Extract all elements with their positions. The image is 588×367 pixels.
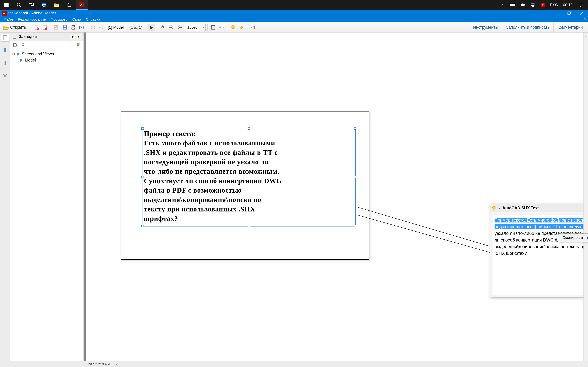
bm-new-icon[interactable]: [75, 42, 81, 48]
dropdown-icon[interactable]: ▼: [498, 207, 501, 209]
resize-handle-se[interactable]: [354, 225, 356, 227]
notifications-icon[interactable]: [578, 1, 585, 8]
zoom-input[interactable]: 150%: [184, 24, 200, 31]
svg-marker-60: [4, 48, 6, 52]
volume-icon[interactable]: [519, 1, 526, 8]
open-button[interactable]: Открыть: [1, 24, 29, 31]
bookmarks-tree: ⊟ Sheets and Views Model: [10, 49, 84, 361]
vertical-scrollbar[interactable]: ▴: [583, 33, 588, 361]
svg-line-5: [19, 5, 21, 7]
zoom-dropdown[interactable]: [201, 24, 206, 31]
svg-line-66: [24, 45, 25, 47]
context-menu: Скопировать текст Ctrl+C: [559, 234, 588, 242]
window-title: tes-wint.pdf - Adobe Reader: [9, 11, 550, 15]
windows-taskbar: РУС 00:12: [0, 0, 588, 10]
menu-window[interactable]: Окно: [70, 17, 84, 22]
document-viewport[interactable]: Пример текста: Есть много файлов с испол…: [84, 33, 588, 361]
sticky-note-icon[interactable]: [229, 24, 237, 31]
task-view-icon[interactable]: [25, 0, 38, 10]
create-pdf-icon[interactable]: [33, 24, 40, 31]
tree-item-root[interactable]: ⊟ Sheets and Views: [12, 51, 81, 57]
save-icon[interactable]: [61, 24, 69, 31]
comment-icon: [492, 206, 496, 210]
adobe-reader-taskbar-icon[interactable]: [76, 0, 88, 10]
svg-rect-13: [511, 4, 514, 6]
edge-icon[interactable]: [38, 0, 50, 10]
attachments-rail-icon[interactable]: [1, 59, 9, 67]
file-explorer-icon[interactable]: [50, 0, 63, 10]
resize-handle-e[interactable]: [354, 176, 356, 178]
thumbnails-rail-icon[interactable]: [1, 34, 9, 42]
page-input[interactable]: [1] Model: [106, 24, 127, 31]
selection-tool-icon[interactable]: [148, 24, 156, 31]
menu-edit[interactable]: Редактирование: [15, 17, 48, 22]
maximize-button[interactable]: [563, 10, 575, 17]
svg-rect-34: [72, 28, 74, 29]
fit-page-icon[interactable]: [209, 24, 217, 31]
resize-handle-nw[interactable]: [141, 127, 144, 130]
clock[interactable]: 00:12: [561, 3, 574, 7]
zoom-out-icon[interactable]: [167, 24, 175, 31]
document-close-icon[interactable]: ✕: [584, 17, 587, 22]
menu-help[interactable]: Справка: [83, 17, 103, 22]
status-bar: 297 x 210 мм ❮: [0, 361, 588, 367]
start-button[interactable]: [0, 0, 13, 10]
bm-prev-button[interactable]: ◂◂: [70, 34, 75, 39]
prev-page-icon[interactable]: [89, 24, 97, 31]
read-mode-icon[interactable]: [249, 24, 257, 31]
resize-handle-s[interactable]: [248, 225, 250, 227]
bookmarks-panel: Закладки ◂◂ ▸ ⊟ Sheets and Views Model: [10, 33, 84, 361]
resize-handle-ne[interactable]: [354, 127, 356, 130]
marquee-zoom-icon[interactable]: [159, 24, 167, 31]
context-copy-text[interactable]: Скопировать текст Ctrl+C: [559, 234, 588, 242]
search-icon[interactable]: [13, 0, 25, 10]
edit-pdf-icon[interactable]: [52, 24, 60, 31]
tree-item-child[interactable]: Model: [12, 57, 81, 63]
menu-file[interactable]: Файл: [1, 17, 15, 22]
bm-next-button[interactable]: ▸: [76, 34, 81, 39]
network-icon[interactable]: [529, 1, 536, 8]
annotation-popup[interactable]: ▼ AutoCAD SHX Text Пример текста: Есть м…: [490, 204, 588, 297]
tree-collapse-icon[interactable]: ⊟: [12, 52, 16, 56]
zoom-in-icon[interactable]: [176, 24, 184, 31]
language-indicator[interactable]: РУС: [550, 3, 558, 7]
bm-search-icon[interactable]: [20, 42, 27, 48]
fit-width-icon[interactable]: [218, 24, 225, 31]
svg-line-40: [163, 28, 164, 29]
fill-sign-link[interactable]: Заполнить и подписать: [502, 22, 553, 33]
layers-rail-icon[interactable]: [1, 72, 9, 79]
svg-rect-15: [531, 3, 534, 6]
menu-view[interactable]: Просмотр: [48, 17, 70, 22]
bm-options-icon[interactable]: [12, 42, 19, 48]
svg-rect-1: [6, 3, 9, 5]
scroll-up-icon[interactable]: ▴: [584, 35, 588, 37]
annotation-textarea[interactable]: Пример текста: Есть много файлов с испол…: [493, 215, 588, 295]
resize-handle-sw[interactable]: [141, 225, 144, 227]
next-page-icon[interactable]: [97, 24, 105, 31]
adobe-reader-icon: [2, 11, 7, 16]
resize-handle-w[interactable]: [141, 176, 144, 178]
print-icon[interactable]: [69, 24, 77, 31]
tools-link[interactable]: Инструменты: [469, 22, 502, 33]
svg-rect-58: [3, 36, 7, 40]
callout-connector: [358, 207, 494, 260]
email-icon[interactable]: [78, 24, 85, 31]
store-icon[interactable]: [63, 0, 76, 10]
export-pdf-icon[interactable]: [41, 24, 49, 31]
bookmarks-rail-icon[interactable]: [1, 47, 9, 54]
chevron-up-icon[interactable]: [499, 1, 506, 8]
svg-marker-74: [493, 209, 494, 210]
svg-line-72: [358, 215, 491, 253]
battery-icon[interactable]: [509, 1, 516, 8]
comments-link[interactable]: Комментарии: [553, 22, 587, 33]
bookmark-icon: [16, 52, 20, 56]
close-button[interactable]: [575, 10, 588, 17]
highlight-icon[interactable]: [237, 24, 245, 31]
avira-icon[interactable]: [540, 1, 547, 8]
svg-rect-19: [579, 3, 583, 6]
tree-label: Sheets and Views: [22, 52, 54, 57]
bookmarks-header: Закладки ◂◂ ▸: [10, 33, 84, 41]
annotation-header[interactable]: ▼ AutoCAD SHX Text: [490, 204, 588, 212]
minimize-button[interactable]: [550, 10, 563, 17]
status-prev-icon[interactable]: ❮: [114, 362, 120, 366]
